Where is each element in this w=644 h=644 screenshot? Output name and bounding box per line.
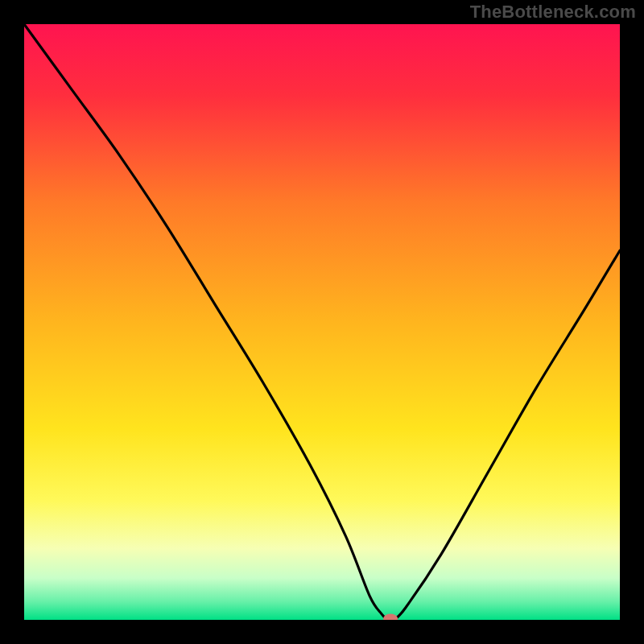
chart-frame: TheBottleneck.com <box>0 0 644 644</box>
watermark-text: TheBottleneck.com <box>470 2 636 23</box>
bottleneck-chart <box>24 24 620 620</box>
plot-area <box>24 24 620 620</box>
gradient-background <box>24 24 620 620</box>
